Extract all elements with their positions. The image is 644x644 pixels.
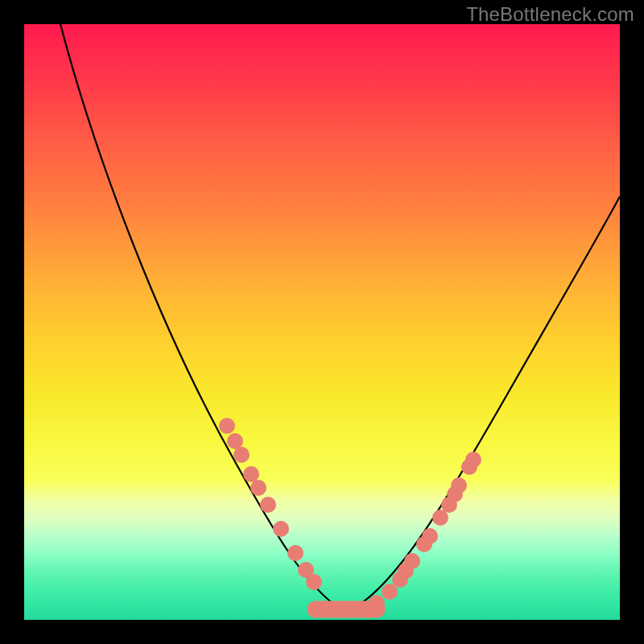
bottleneck-curve-chart xyxy=(24,24,620,620)
svg-point-1 xyxy=(227,433,243,449)
beads-left xyxy=(219,418,322,590)
svg-point-20 xyxy=(451,477,467,493)
svg-point-3 xyxy=(243,466,259,482)
chart-frame xyxy=(24,24,620,620)
svg-point-10 xyxy=(369,595,385,611)
beads-right xyxy=(369,452,481,611)
svg-point-7 xyxy=(287,545,303,561)
curve-left xyxy=(60,24,342,610)
svg-point-14 xyxy=(404,553,420,569)
svg-point-0 xyxy=(219,418,235,434)
svg-point-6 xyxy=(273,521,289,537)
svg-point-16 xyxy=(422,528,438,544)
svg-point-5 xyxy=(260,497,276,513)
svg-point-9 xyxy=(306,574,322,590)
svg-point-22 xyxy=(465,452,481,468)
watermark-text: TheBottleneck.com xyxy=(466,3,634,26)
svg-point-2 xyxy=(233,447,250,463)
curve-right xyxy=(350,196,620,610)
svg-point-4 xyxy=(250,480,266,496)
